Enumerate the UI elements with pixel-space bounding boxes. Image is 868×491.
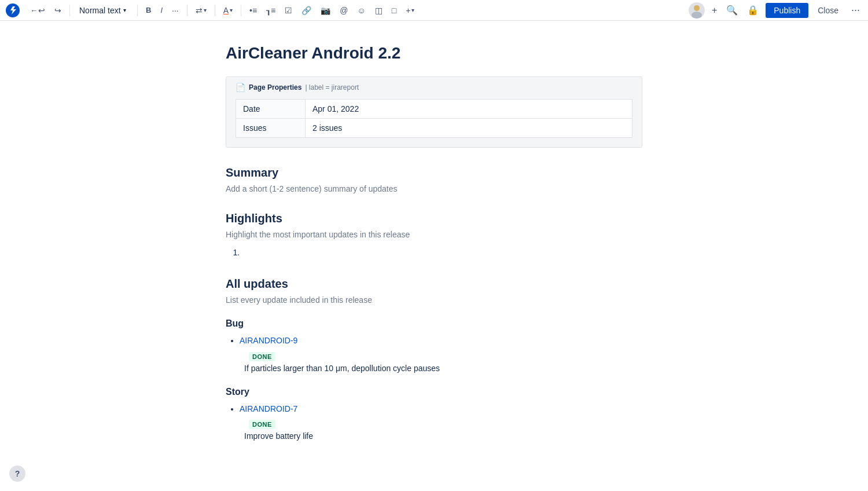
more-icon: ···	[172, 6, 179, 15]
summary-heading: Summary	[226, 166, 642, 179]
emoji-icon: ☺	[358, 6, 366, 15]
page-properties-header: 📄 Page Properties | label = jirareport	[236, 83, 632, 92]
undo-button[interactable]: ←↩	[27, 3, 49, 17]
text-style-dropdown[interactable]: Normal text ▾	[75, 3, 133, 17]
page-title[interactable]: AirCleaner Android 2.2	[226, 44, 642, 63]
numbered-list-button[interactable]: ┒≡	[263, 3, 279, 17]
all-updates-heading: All updates	[226, 277, 642, 291]
insert-chevron-icon: ▾	[411, 7, 414, 13]
prop-key-date: Date	[236, 100, 306, 119]
redo-button[interactable]: ↪	[51, 3, 65, 17]
page-props-icon: 📄	[236, 83, 245, 92]
page-properties-block: 📄 Page Properties | label = jirareport D…	[226, 76, 642, 148]
sep2	[137, 5, 138, 16]
insert-icon: +	[406, 6, 410, 15]
sep5	[241, 5, 241, 16]
text-color-button[interactable]: A ▾	[220, 3, 236, 17]
chevron-down-icon: ▾	[123, 7, 126, 13]
story-heading: Story	[226, 387, 642, 397]
table-row: Date Apr 01, 2022	[236, 100, 632, 119]
task-button[interactable]: ☑	[281, 3, 296, 17]
bug-issue-description: If particles larger than 10 μm, depollut…	[244, 364, 642, 373]
emoji-button[interactable]: ☺	[354, 3, 369, 17]
more-formatting-button[interactable]: ···	[168, 3, 182, 17]
italic-button[interactable]: I	[157, 3, 166, 17]
avatar-area	[689, 2, 705, 19]
page-content: AirCleaner Android 2.2 📄 Page Properties…	[214, 21, 654, 491]
insert-button[interactable]: + ▾	[402, 3, 418, 17]
bold-icon: B	[146, 6, 151, 14]
summary-hint[interactable]: Add a short (1-2 sentence) summary of up…	[226, 184, 642, 193]
jira-link-airandroid-9[interactable]: AIRANDROID-9	[240, 336, 297, 345]
toolbar: ←↩ ↪ Normal text ▾ B I ··· ⇄ ▾ A ▾ •≡ ┒≡…	[0, 0, 868, 21]
story-issue-description: Improve battery life	[244, 431, 642, 441]
align-button[interactable]: ⇄ ▾	[192, 3, 210, 17]
avatar	[689, 2, 705, 19]
link-button[interactable]: 🔗	[298, 3, 315, 17]
text-color-icon: A	[223, 6, 229, 15]
prop-value-date: Apr 01, 2022	[306, 100, 632, 119]
bullet-list-icon: •≡	[249, 6, 257, 15]
table-row: Issues 2 issues	[236, 119, 632, 138]
prop-key-issues: Issues	[236, 119, 306, 138]
help-button[interactable]: ?	[9, 466, 25, 482]
story-issue-detail: DONE Improve battery life	[244, 420, 642, 441]
highlights-list	[226, 246, 642, 259]
bold-button[interactable]: B	[142, 3, 155, 17]
bullet-list-button[interactable]: •≡	[246, 3, 260, 17]
media-button[interactable]: 📷	[317, 3, 334, 17]
task-icon: ☑	[285, 6, 292, 15]
numbered-list-icon: ┒≡	[266, 6, 275, 15]
sep4	[215, 5, 215, 16]
bug-list: AIRANDROID-9	[226, 334, 642, 348]
toolbar-right: + 🔍 🔒 Publish Close ···	[689, 1, 863, 19]
list-item: AIRANDROID-7	[240, 402, 642, 416]
page-props-label: Page Properties	[249, 83, 301, 91]
bug-issue-detail: DONE If particles larger than 10 μm, dep…	[244, 352, 642, 373]
link-icon: 🔗	[301, 6, 311, 15]
restrict-button[interactable]: 🔒	[745, 2, 761, 18]
italic-icon: I	[160, 6, 163, 14]
prop-value-issues: 2 issues	[306, 119, 632, 138]
add-collaborator-button[interactable]: +	[709, 3, 719, 18]
bug-heading: Bug	[226, 318, 642, 329]
table-icon: ◫	[375, 6, 382, 15]
logo	[5, 2, 21, 19]
story-list: AIRANDROID-7	[226, 402, 642, 416]
ellipsis-icon: ···	[851, 4, 860, 16]
status-badge-done-story: DONE	[249, 420, 275, 429]
page-props-meta: | label = jirareport	[305, 83, 359, 91]
align-icon: ⇄	[196, 6, 203, 15]
lock-icon: 🔒	[747, 5, 759, 16]
search-icon: 🔍	[726, 5, 738, 16]
props-table: Date Apr 01, 2022 Issues 2 issues	[236, 99, 632, 138]
issue-row: DONE	[244, 420, 642, 429]
svg-point-1	[692, 12, 702, 19]
all-updates-hint[interactable]: List every update included in this relea…	[226, 295, 642, 305]
mention-button[interactable]: @	[336, 3, 351, 17]
sep3	[187, 5, 187, 16]
color-chevron-icon: ▾	[230, 7, 233, 13]
svg-point-2	[694, 5, 700, 11]
search-button[interactable]: 🔍	[724, 2, 740, 18]
plus-icon: +	[712, 5, 717, 16]
list-item: AIRANDROID-9	[240, 334, 642, 348]
mention-icon: @	[340, 6, 348, 15]
jira-link-airandroid-7[interactable]: AIRANDROID-7	[240, 404, 297, 413]
align-chevron-icon: ▾	[204, 7, 207, 13]
layout-button[interactable]: □	[388, 3, 400, 17]
text-style-label: Normal text	[79, 6, 121, 15]
image-icon: 📷	[321, 6, 330, 15]
close-button[interactable]: Close	[813, 3, 843, 18]
highlights-heading: Highlights	[226, 212, 642, 225]
layout-icon: □	[392, 6, 396, 15]
table-button[interactable]: ◫	[372, 3, 386, 17]
sep1	[69, 5, 70, 16]
highlights-hint[interactable]: Highlight the most important updates in …	[226, 230, 642, 239]
publish-button[interactable]: Publish	[766, 3, 808, 18]
list-item[interactable]	[242, 246, 642, 259]
issue-row: DONE	[244, 352, 642, 361]
more-options-button[interactable]: ···	[848, 1, 863, 19]
status-badge-done: DONE	[249, 352, 275, 361]
